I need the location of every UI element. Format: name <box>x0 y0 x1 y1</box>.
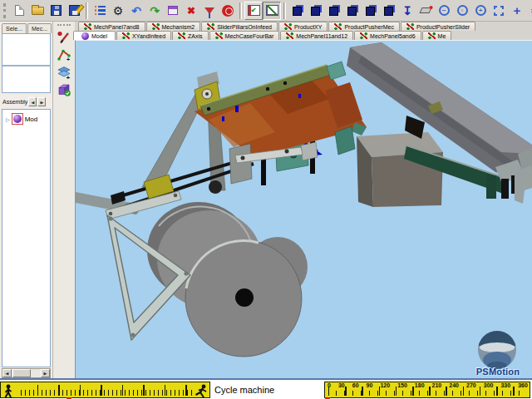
assembly-tree-panel[interactable]: ▷ Mod <box>2 109 51 367</box>
add-mechanism-icon[interactable]: + <box>55 46 73 63</box>
view-tools-icon[interactable]: ⚙ <box>526 2 532 20</box>
mechanism-icon <box>152 23 160 30</box>
model-sphere-icon <box>13 115 22 123</box>
solid-model-icon[interactable] <box>55 81 73 98</box>
svg-text:+: + <box>66 57 70 62</box>
zoom-fit-icon[interactable] <box>490 2 508 20</box>
view-cube-iso-icon[interactable] <box>288 2 307 20</box>
tab-productxy[interactable]: ProductXY <box>278 22 328 31</box>
tab-productpusherslider[interactable]: ProductPusherSlider <box>401 22 475 31</box>
tab-label: XYandInfeed <box>132 33 165 39</box>
mechanism-tab-row-upper: MechPanel7and8Mechanism2SliderPillarsOnI… <box>75 22 532 31</box>
delete-icon[interactable]: ✖ <box>182 2 200 20</box>
toolbar-separator <box>86 2 88 19</box>
undo-icon[interactable]: ↶ <box>127 2 145 20</box>
mechanism-icon <box>286 32 293 39</box>
view-cube-left-icon[interactable] <box>343 2 362 20</box>
save-icon <box>51 5 62 16</box>
zoom-in-icon: + <box>475 5 486 16</box>
tab-label: ProductXY <box>294 24 322 30</box>
sketch-trace-icon[interactable] <box>55 28 73 46</box>
settings-gear-icon[interactable]: ⚙ <box>109 2 127 20</box>
open-file-icon[interactable] <box>28 2 47 20</box>
mechanism-icon <box>406 23 414 30</box>
toolbar-grip[interactable] <box>3 3 7 18</box>
mechanism-icon <box>215 32 223 39</box>
power-exit-icon[interactable] <box>219 2 237 20</box>
tab-label: ProductPusherMec <box>344 24 394 30</box>
strip-grip[interactable] <box>57 24 71 27</box>
tree-expander-icon[interactable]: ▷ <box>6 116 10 122</box>
view-cube-top-icon[interactable] <box>380 2 398 20</box>
zoom-fit-icon <box>494 6 504 16</box>
graph-view-toggle[interactable] <box>263 2 281 20</box>
add-plane-icon[interactable]: + <box>55 63 73 81</box>
tree-item-model[interactable]: ▷ Mod <box>2 110 50 125</box>
list-options-icon[interactable] <box>91 2 109 20</box>
rotate-table-icon[interactable] <box>416 2 435 20</box>
drop-to-ground-icon[interactable]: ↧ <box>398 2 416 20</box>
properties-window-icon[interactable] <box>164 2 182 20</box>
timeline-bar: Cycle machine 03060901201501802102402703… <box>0 378 532 399</box>
tab-sliderpillarsoninfeed[interactable]: SliderPillarsOnInfeed <box>201 22 278 31</box>
sidebar-tab-mechanisms[interactable]: Mec... <box>27 23 52 33</box>
list-options-icon <box>95 6 106 15</box>
tab-label: ProductPusherSlider <box>416 24 470 30</box>
save-as-icon[interactable] <box>65 2 83 20</box>
scroll-right-button[interactable]: ▶ <box>41 369 50 377</box>
tab-mechanism2[interactable]: Mechanism2 <box>146 22 201 31</box>
cycle-ruler[interactable] <box>0 382 210 398</box>
view-cube-right-icon[interactable] <box>362 2 380 20</box>
new-document-icon <box>15 5 24 16</box>
handle-marker-blue[interactable] <box>235 106 239 112</box>
viewport-3d[interactable]: PSMotion <box>75 40 532 378</box>
tab-mechpanel7and8[interactable]: MechPanel7and8 <box>78 22 145 31</box>
save-as-icon <box>69 5 80 16</box>
view-cube-back-icon[interactable] <box>325 2 343 20</box>
cycle-machine-label: Cycle machine <box>214 385 274 395</box>
side-tool-strip: + + <box>53 22 75 378</box>
zoom-window-icon[interactable]: ▫ <box>453 2 471 20</box>
tab-label: MechPanel11and12 <box>296 33 347 39</box>
tab-productpushermec[interactable]: ProductPusherMec <box>328 22 400 31</box>
assembly-label: Assembly <box>2 99 27 105</box>
degree-minor-ticks <box>328 391 527 396</box>
new-document-icon[interactable] <box>10 2 28 20</box>
undo-icon: ↶ <box>131 5 141 17</box>
view-cube-right-icon <box>366 7 375 16</box>
mechanism-view-toggle[interactable]: ✔ <box>244 2 263 20</box>
sidebar-hscrollbar[interactable]: ◀ ▶ <box>2 368 51 378</box>
selection-list-panel[interactable] <box>2 33 51 93</box>
save-icon[interactable] <box>47 2 65 20</box>
zoom-in-icon[interactable]: + <box>471 2 490 20</box>
tree-item-label: Mod <box>25 116 38 123</box>
product-box[interactable] <box>357 132 443 207</box>
a-frame-tower[interactable] <box>142 71 225 190</box>
view-cube-front-icon[interactable] <box>307 2 325 20</box>
sidebar-tab-selection[interactable]: Sele... <box>2 23 27 33</box>
tab-mechpanel11and12[interactable]: MechPanel11and12 <box>280 31 353 40</box>
tab-mechcasefourbar[interactable]: MechCaseFourBar <box>209 31 280 40</box>
view-cube-top-icon <box>384 7 393 16</box>
tab-label: Mechanism2 <box>162 24 195 30</box>
cam-disc[interactable] <box>185 237 308 357</box>
tab-zaxis[interactable]: ZAxis <box>172 31 209 40</box>
assembly-prev-button[interactable]: ◀ <box>28 97 37 106</box>
tab-model[interactable]: Model <box>73 31 116 40</box>
zoom-out-icon[interactable]: − <box>435 2 453 20</box>
assembly-next-button[interactable]: ▶ <box>37 97 46 106</box>
degree-ruler[interactable]: 0306090120150180210240270300330360 <box>324 382 530 398</box>
model-node-selected[interactable] <box>12 113 23 125</box>
tab-xyandinfeed[interactable]: XYandInfeed <box>116 31 171 40</box>
tab-label: MechPanel7and8 <box>94 24 140 30</box>
mechanism-icon <box>284 23 292 30</box>
filter-icon[interactable] <box>200 2 219 20</box>
redo-icon[interactable]: ↷ <box>145 2 164 20</box>
tab-mechpanel5and6[interactable]: MechPanel5and6 <box>354 31 421 40</box>
scroll-thumb[interactable] <box>12 369 31 377</box>
model-render[interactable] <box>76 41 532 379</box>
tab-me[interactable]: Me <box>422 31 452 40</box>
scroll-left-button[interactable]: ◀ <box>2 369 12 377</box>
pan-icon[interactable]: + <box>508 2 526 20</box>
open-file-icon <box>32 7 44 15</box>
